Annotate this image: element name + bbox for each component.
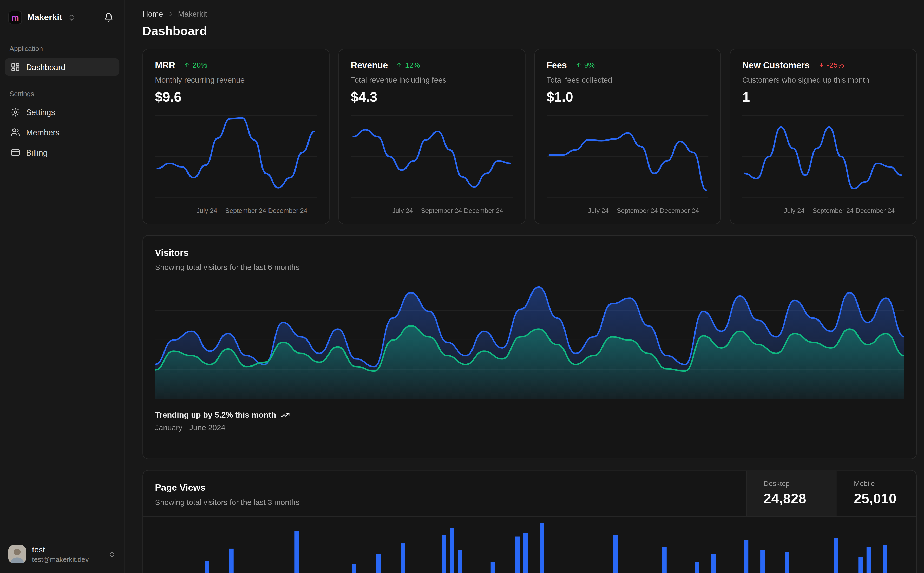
visitors-subtitle: Showing total visitors for the last 6 mo… bbox=[155, 263, 904, 272]
sidebar: m Makerkit Application Dashboard Setting… bbox=[0, 0, 125, 573]
app-window: m Makerkit Application Dashboard Setting… bbox=[0, 0, 924, 573]
page-views-header: Page Views Showing total visitors for th… bbox=[143, 471, 916, 517]
users-icon bbox=[11, 128, 20, 137]
stat-value: $4.3 bbox=[351, 89, 513, 105]
avatar bbox=[8, 545, 26, 564]
x-tick: September 24 bbox=[225, 207, 266, 214]
x-tick: July 24 bbox=[588, 207, 609, 214]
stat-title: MRR bbox=[155, 60, 175, 70]
stat-cards-row: MRR 20% Monthly recurring revenue $9.6 J… bbox=[143, 49, 917, 224]
stat-title: New Customers bbox=[742, 60, 809, 70]
page-views-subtitle: Showing total visitors for the last 3 mo… bbox=[155, 498, 734, 507]
chevron-right-icon bbox=[167, 10, 174, 17]
page-views-header-left: Page Views Showing total visitors for th… bbox=[143, 471, 747, 517]
breadcrumb-home-link[interactable]: Home bbox=[143, 9, 163, 18]
sidebar-item-dashboard[interactable]: Dashboard bbox=[5, 58, 119, 76]
x-axis-ticks: July 24 September 24 December 24 bbox=[547, 202, 709, 217]
x-axis-ticks: July 24 September 24 December 24 bbox=[155, 202, 317, 217]
user-meta: test test@makerkit.dev bbox=[32, 545, 102, 564]
section-label-application: Application bbox=[9, 45, 115, 52]
new-customers-sparkline-chart bbox=[742, 111, 904, 202]
trending-up-icon bbox=[281, 411, 290, 420]
chevrons-up-down-icon bbox=[108, 551, 116, 559]
sidebar-item-label: Dashboard bbox=[26, 63, 66, 71]
x-tick: December 24 bbox=[660, 207, 699, 214]
stat-card-fees: Fees 9% Total fees collected $1.0 July 2… bbox=[534, 49, 721, 224]
stat-value: $1.0 bbox=[547, 89, 709, 105]
notifications-bell-button[interactable] bbox=[102, 10, 116, 24]
trend-value: 9% bbox=[584, 61, 595, 69]
credit-card-icon bbox=[11, 148, 20, 157]
desktop-toggle-button[interactable]: Desktop 24,828 bbox=[746, 471, 836, 517]
x-tick: September 24 bbox=[421, 207, 462, 214]
dashboard-icon bbox=[11, 62, 20, 72]
sidebar-item-label: Members bbox=[26, 128, 60, 137]
stat-card-new-customers: New Customers -25% Customers who signed … bbox=[730, 49, 917, 224]
bell-icon bbox=[104, 13, 114, 22]
sidebar-item-billing[interactable]: Billing bbox=[5, 144, 119, 161]
trend-badge: 12% bbox=[396, 61, 420, 69]
workspace-name: Makerkit bbox=[27, 13, 62, 22]
stat-head: Revenue 12% bbox=[351, 60, 513, 70]
page-views-bar-chart bbox=[154, 517, 905, 573]
user-name: test bbox=[32, 545, 102, 555]
mobile-value: 25,010 bbox=[854, 491, 910, 507]
stat-subtitle: Customers who signed up this month bbox=[742, 75, 904, 84]
trend-badge: 20% bbox=[184, 61, 207, 69]
workspace-row: m Makerkit bbox=[5, 6, 119, 28]
chevrons-up-down-icon[interactable] bbox=[67, 13, 75, 21]
stat-subtitle: Total fees collected bbox=[547, 75, 709, 84]
main-content: Home Makerkit Dashboard MRR 20% Monthly … bbox=[125, 0, 924, 573]
section-label-settings: Settings bbox=[9, 90, 115, 97]
screenshot-stage: m Makerkit Application Dashboard Setting… bbox=[0, 0, 924, 573]
stat-subtitle: Total revenue including fees bbox=[351, 75, 513, 84]
x-tick: July 24 bbox=[784, 207, 805, 214]
arrow-down-icon bbox=[818, 62, 824, 68]
x-tick: July 24 bbox=[392, 207, 413, 214]
stat-card-mrr: MRR 20% Monthly recurring revenue $9.6 J… bbox=[143, 49, 329, 224]
breadcrumb: Home Makerkit bbox=[143, 8, 917, 19]
stat-head: MRR 20% bbox=[155, 60, 317, 70]
x-tick: December 24 bbox=[855, 207, 895, 214]
user-menu[interactable]: test test@makerkit.dev bbox=[5, 542, 119, 567]
user-email: test@makerkit.dev bbox=[32, 555, 102, 564]
trend-badge: -25% bbox=[818, 61, 844, 69]
page-views-title: Page Views bbox=[155, 482, 734, 493]
x-axis-ticks: July 24 September 24 December 24 bbox=[742, 202, 904, 217]
stat-value: $9.6 bbox=[155, 89, 317, 105]
visitors-card: Visitors Showing total visitors for the … bbox=[143, 235, 917, 459]
makerkit-logo: m bbox=[8, 10, 22, 24]
arrow-up-icon bbox=[396, 62, 403, 68]
page-views-card: Page Views Showing total visitors for th… bbox=[143, 470, 917, 573]
x-tick: December 24 bbox=[464, 207, 503, 214]
stat-title: Revenue bbox=[351, 60, 388, 70]
mobile-toggle-button[interactable]: Mobile 25,010 bbox=[837, 471, 916, 517]
stat-value: 1 bbox=[742, 89, 904, 105]
spacer bbox=[5, 163, 119, 542]
mrr-sparkline-chart bbox=[155, 111, 317, 202]
breadcrumb-current: Makerkit bbox=[178, 9, 207, 18]
mobile-label: Mobile bbox=[854, 479, 910, 488]
x-axis-ticks: July 24 September 24 December 24 bbox=[351, 202, 513, 217]
arrow-up-icon bbox=[575, 62, 582, 68]
trend-badge: 9% bbox=[575, 61, 595, 69]
stat-head: New Customers -25% bbox=[742, 60, 904, 70]
trend-value: 20% bbox=[193, 61, 207, 69]
stat-subtitle: Monthly recurring revenue bbox=[155, 75, 317, 84]
visitors-title: Visitors bbox=[155, 247, 904, 258]
page-title: Dashboard bbox=[143, 23, 917, 38]
fees-sparkline-chart bbox=[547, 111, 709, 202]
logo-letter: m bbox=[11, 13, 19, 22]
x-tick: September 24 bbox=[813, 207, 853, 214]
sidebar-item-settings[interactable]: Settings bbox=[5, 103, 119, 121]
sidebar-item-members[interactable]: Members bbox=[5, 124, 119, 141]
visitors-area-chart bbox=[155, 281, 904, 399]
trend-value: 12% bbox=[405, 61, 420, 69]
desktop-label: Desktop bbox=[764, 479, 831, 488]
sidebar-item-label: Settings bbox=[26, 108, 55, 117]
revenue-sparkline-chart bbox=[351, 111, 513, 202]
x-tick: December 24 bbox=[268, 207, 307, 214]
sidebar-item-label: Billing bbox=[26, 148, 47, 157]
stat-head: Fees 9% bbox=[547, 60, 709, 70]
gear-icon bbox=[11, 107, 20, 117]
